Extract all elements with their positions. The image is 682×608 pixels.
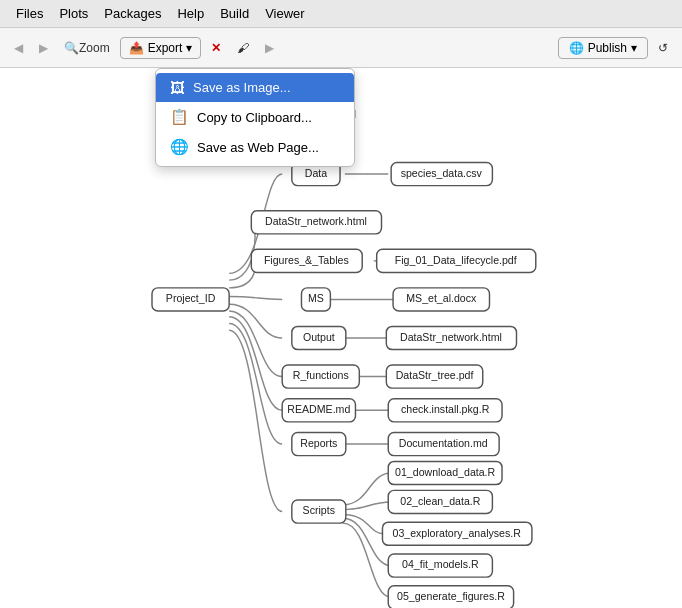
publish-label: Publish (588, 41, 627, 55)
svg-text:MS: MS (308, 292, 324, 304)
menu-bar: Files Plots Packages Help Build Viewer (0, 0, 682, 28)
svg-text:01_download_data.R: 01_download_data.R (395, 466, 495, 478)
clipboard-icon: 📋 (170, 108, 189, 126)
web-icon: 🌐 (170, 138, 189, 156)
brush-button[interactable]: 🖌 (231, 37, 255, 59)
save-as-image-label: Save as Image... (193, 80, 291, 95)
menu-plots[interactable]: Plots (51, 3, 96, 24)
refresh-button[interactable]: ↺ (652, 37, 674, 59)
action-icon: ▶ (265, 41, 274, 55)
copy-to-clipboard-item[interactable]: 📋 Copy to Clipboard... (156, 102, 354, 132)
menu-viewer[interactable]: Viewer (257, 3, 313, 24)
export-dropdown-menu: 🖼 Save as Image... 📋 Copy to Clipboard..… (155, 68, 355, 167)
save-as-image-item[interactable]: 🖼 Save as Image... (156, 73, 354, 102)
svg-text:Reports: Reports (300, 437, 337, 449)
save-as-webpage-item[interactable]: 🌐 Save as Web Page... (156, 132, 354, 162)
svg-text:MS_et_al.docx: MS_et_al.docx (406, 292, 477, 304)
export-icon: 📤 (129, 41, 144, 55)
zoom-label: Zoom (79, 41, 110, 55)
zoom-button[interactable]: 🔍 Zoom (58, 37, 116, 59)
export-dropdown-arrow: ▾ (186, 41, 192, 55)
forward-button[interactable]: ▶ (33, 37, 54, 59)
svg-text:DataStr_tree.pdf: DataStr_tree.pdf (396, 369, 474, 381)
action-button[interactable]: ▶ (259, 37, 280, 59)
svg-text:02_clean_data.R: 02_clean_data.R (400, 495, 480, 507)
svg-text:04_fit_models.R: 04_fit_models.R (402, 558, 479, 570)
zoom-icon: 🔍 (64, 41, 79, 55)
publish-button[interactable]: 🌐 Publish ▾ (558, 37, 648, 59)
svg-text:check.install.pkg.R: check.install.pkg.R (401, 403, 490, 415)
image-icon: 🖼 (170, 79, 185, 96)
brush-icon: 🖌 (237, 41, 249, 55)
menu-files[interactable]: Files (8, 3, 51, 24)
clear-button[interactable]: ✕ (205, 37, 227, 59)
menu-help[interactable]: Help (169, 3, 212, 24)
toolbar: ◀ ▶ 🔍 Zoom 📤 Export ▾ ✕ 🖌 ▶ 🌐 Publish ▾ … (0, 28, 682, 68)
svg-text:Fig_01_Data_lifecycle.pdf: Fig_01_Data_lifecycle.pdf (395, 254, 517, 266)
back-button[interactable]: ◀ (8, 37, 29, 59)
svg-text:Data: Data (305, 167, 327, 179)
svg-text:README.md: README.md (287, 403, 350, 415)
svg-text:DataStr_network.html: DataStr_network.html (265, 215, 367, 227)
svg-text:05_generate_figures.R: 05_generate_figures.R (397, 590, 505, 602)
svg-text:R_functions: R_functions (293, 369, 349, 381)
menu-packages[interactable]: Packages (96, 3, 169, 24)
svg-text:Project_ID: Project_ID (166, 292, 216, 304)
svg-text:Documentation.md: Documentation.md (399, 437, 488, 449)
publish-icon: 🌐 (569, 41, 584, 55)
publish-dropdown-arrow: ▾ (631, 41, 637, 55)
svg-text:Output: Output (303, 331, 335, 343)
export-label: Export (148, 41, 183, 55)
save-as-webpage-label: Save as Web Page... (197, 140, 319, 155)
viewer-panel: r6.html (0, 68, 682, 608)
svg-text:DataStr_network.html: DataStr_network.html (400, 331, 502, 343)
menu-build[interactable]: Build (212, 3, 257, 24)
refresh-icon: ↺ (658, 41, 668, 55)
svg-text:Figures_&_Tables: Figures_&_Tables (264, 254, 349, 266)
svg-text:species_data.csv: species_data.csv (401, 167, 483, 179)
clear-icon: ✕ (211, 41, 221, 55)
svg-text:Scripts: Scripts (303, 504, 335, 516)
copy-to-clipboard-label: Copy to Clipboard... (197, 110, 312, 125)
svg-text:03_exploratory_analyses.R: 03_exploratory_analyses.R (393, 527, 522, 539)
export-button[interactable]: 📤 Export ▾ (120, 37, 202, 59)
